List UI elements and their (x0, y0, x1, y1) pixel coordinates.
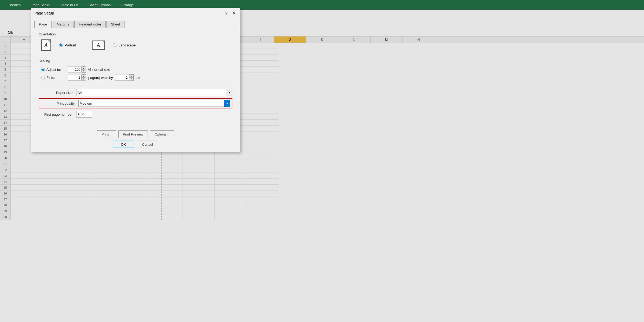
paper-size-row: Paper size: A4 Letter Legal A3 ▼ (39, 89, 232, 96)
portrait-radio[interactable] (59, 43, 63, 47)
dialog-titlebar-buttons: ? ✕ (224, 10, 237, 16)
divider-1 (39, 55, 232, 55)
paper-size-label: Paper size: (39, 91, 74, 95)
fit-wide-spinner-buttons: ▲ ▼ (82, 74, 86, 81)
print-quality-select-wrapper: Draft Low Medium High ▼ (78, 100, 230, 107)
adjust-to-radio[interactable] (41, 68, 45, 71)
adjust-to-row: Adjust to: ▲ ▼ % normal size (41, 66, 232, 73)
print-quality-select[interactable]: Draft Low Medium High (78, 100, 230, 107)
landscape-radio[interactable] (113, 43, 116, 47)
fit-wide-spin-up[interactable]: ▲ (82, 75, 86, 78)
paper-size-select-wrapper: A4 Letter Legal A3 ▼ (76, 89, 232, 96)
fit-tall-spin-up[interactable]: ▲ (129, 75, 133, 78)
first-page-number-row: First page number: (39, 111, 232, 118)
dialog-help-button[interactable]: ? (224, 10, 229, 16)
fit-wide-spinner: ▲ ▼ (68, 74, 86, 81)
fit-to-row: Fit to: ▲ ▼ page(s) wide by ▲ ▼ (41, 74, 232, 81)
orientation-section: Orientation A Portrait A L (39, 32, 232, 51)
scaling-section: Scaling Adjust to: ▲ ▼ % normal size (39, 59, 232, 81)
tall-label: tall (136, 76, 140, 80)
tab-header-footer[interactable]: Header/Footer (74, 21, 106, 28)
tab-margins[interactable]: Margins (52, 21, 74, 28)
fit-to-label: Fit to: (46, 76, 55, 80)
dialog-content: Orientation A Portrait A L (34, 28, 237, 125)
fit-to-option[interactable]: Fit to: (41, 76, 65, 80)
adjust-spin-down[interactable]: ▼ (82, 69, 86, 72)
first-page-input[interactable] (76, 111, 92, 118)
corner-fold (48, 40, 50, 43)
adjust-spinner: ▲ ▼ (68, 66, 86, 73)
dialog-tabs: Page Margins Header/Footer Sheet (31, 18, 240, 28)
fit-tall-input[interactable] (115, 75, 129, 80)
adjust-spinner-buttons: ▲ ▼ (82, 66, 86, 73)
first-page-label: First page number: (39, 112, 74, 116)
ok-cancel-row: OK Cancel (31, 141, 240, 152)
adjust-spin-up[interactable]: ▲ (82, 67, 86, 69)
portrait-option[interactable]: Portrait (59, 43, 76, 47)
dialog-title: Page Setup (34, 11, 54, 15)
divider-2 (39, 85, 232, 85)
landscape-label: Landscape (119, 43, 136, 47)
landscape-icon: A (92, 41, 105, 50)
adjust-unit-label: % normal size (88, 68, 110, 72)
portrait-icon: A (41, 39, 51, 51)
orientation-label: Orientation (39, 32, 232, 36)
portrait-label: Portrait (65, 43, 76, 47)
fit-tall-spinner-buttons: ▲ ▼ (129, 74, 134, 81)
pages-wide-label: page(s) wide by (88, 76, 113, 80)
tab-page[interactable]: Page (34, 21, 52, 28)
adjust-to-label: Adjust to: (46, 68, 61, 72)
orientation-options: A Portrait A Landscape (41, 39, 232, 51)
print-quality-label: Print quality: (41, 101, 76, 105)
scaling-label: Scaling (39, 59, 232, 63)
ok-button[interactable]: OK (113, 141, 134, 148)
fit-tall-spinner: ▲ ▼ (115, 74, 134, 81)
adjust-to-option[interactable]: Adjust to: (41, 68, 65, 72)
fit-wide-spin-down[interactable]: ▼ (82, 78, 86, 80)
dialog-close-button[interactable]: ✕ (231, 10, 237, 16)
dialog-titlebar: Page Setup ? ✕ (31, 8, 240, 18)
paper-size-select[interactable]: A4 Letter Legal A3 (76, 89, 232, 96)
tab-sheet[interactable]: Sheet (106, 21, 125, 28)
options-button[interactable]: Options... (150, 130, 174, 138)
page-setup-dialog: Page Setup ? ✕ Page Margins Header/Foote… (31, 8, 240, 152)
corner-fold-landscape (102, 41, 104, 43)
adjust-value-input[interactable] (68, 67, 82, 72)
landscape-option[interactable]: Landscape (113, 43, 136, 47)
print-quality-row: Print quality: Draft Low Medium High ▼ (39, 98, 232, 108)
print-button[interactable]: Print... (97, 130, 116, 138)
print-preview-button[interactable]: Print Preview (118, 130, 148, 138)
fit-wide-input[interactable] (68, 75, 82, 80)
fit-tall-spin-down[interactable]: ▼ (129, 78, 133, 80)
dialog-footer: Print... Print Preview Options... (31, 128, 240, 141)
fit-to-radio[interactable] (41, 76, 45, 79)
cancel-button[interactable]: Cancel (137, 141, 158, 148)
